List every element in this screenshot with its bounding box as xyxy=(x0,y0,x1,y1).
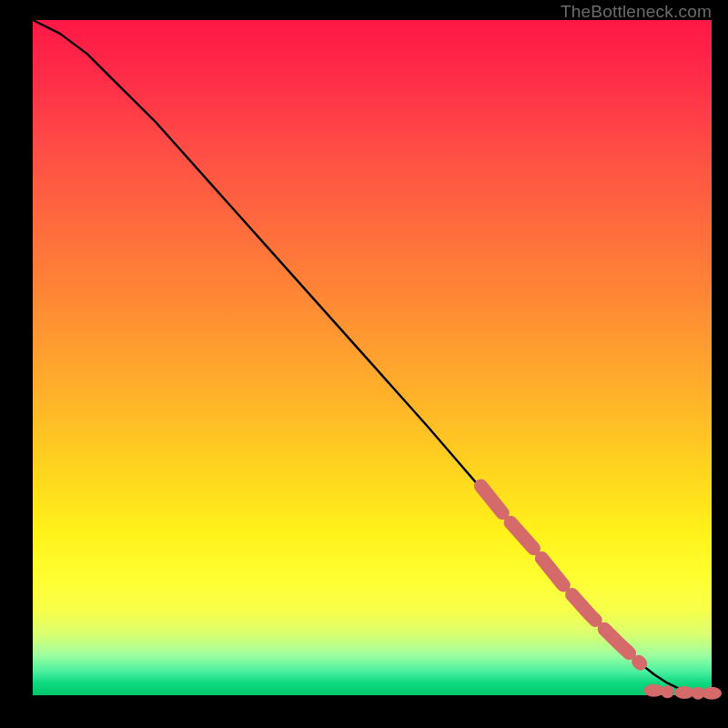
watermark-text: TheBottleneck.com xyxy=(561,2,712,22)
tail-dash xyxy=(662,685,674,698)
tail-dash xyxy=(702,687,722,700)
plot-area xyxy=(33,20,712,695)
chart-overlay xyxy=(33,20,712,695)
tail-dash xyxy=(644,684,664,697)
tail-dash xyxy=(674,686,694,699)
chart-stage: TheBottleneck.com xyxy=(0,0,728,728)
highlight-segment xyxy=(480,486,640,663)
curve-line xyxy=(33,20,712,694)
